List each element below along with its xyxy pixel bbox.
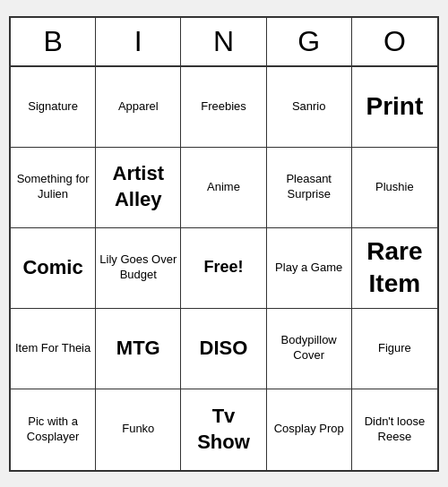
cell-text-2: Freebies <box>201 99 246 115</box>
bingo-cell-12: Free! <box>181 228 266 309</box>
header-letter-b: B <box>11 18 96 65</box>
bingo-cell-16: MTG <box>96 309 181 389</box>
cell-text-8: Pleasant Surprise <box>271 172 348 202</box>
bingo-cell-13: Play a Game <box>267 228 352 309</box>
bingo-cell-17: DISO <box>181 309 266 389</box>
cell-text-17: DISO <box>200 336 248 362</box>
bingo-cell-9: Plushie <box>352 148 437 228</box>
cell-text-23: Cosplay Prop <box>274 422 344 437</box>
cell-text-5: Something for Julien <box>14 172 91 202</box>
cell-text-18: Bodypillow Cover <box>271 333 348 363</box>
bingo-cell-2: Freebies <box>181 67 266 148</box>
cell-text-3: Sanrio <box>292 99 326 115</box>
bingo-cell-23: Cosplay Prop <box>267 389 352 470</box>
bingo-card: BINGO SignatureApparelFreebiesSanrioPrin… <box>9 16 439 472</box>
cell-text-7: Anime <box>207 180 240 195</box>
bingo-cell-19: Figure <box>352 309 437 389</box>
bingo-cell-20: Pic with a Cosplayer <box>11 389 96 470</box>
header-letter-i: I <box>96 18 181 65</box>
bingo-cell-22: Tv Show <box>181 389 266 470</box>
bingo-cell-11: Lily Goes Over Budget <box>96 228 181 309</box>
cell-text-10: Comic <box>22 255 82 281</box>
bingo-cell-8: Pleasant Surprise <box>267 148 352 228</box>
cell-text-19: Figure <box>378 341 411 356</box>
bingo-header: BINGO <box>11 18 437 67</box>
cell-text-11: Lily Goes Over Budget <box>99 252 177 283</box>
bingo-cell-3: Sanrio <box>267 67 352 148</box>
cell-text-9: Plushie <box>375 180 414 195</box>
bingo-cell-18: Bodypillow Cover <box>267 309 352 389</box>
cell-text-13: Play a Game <box>275 261 342 276</box>
cell-text-24: Didn't loose Reese <box>356 414 434 445</box>
bingo-cell-4: Print <box>352 67 437 148</box>
cell-text-15: Item For Theia <box>15 341 90 356</box>
cell-text-21: Funko <box>122 422 154 437</box>
bingo-cell-7: Anime <box>181 148 266 228</box>
bingo-cell-24: Didn't loose Reese <box>352 389 437 470</box>
header-letter-g: G <box>267 18 352 65</box>
cell-text-12: Free! <box>203 257 243 278</box>
cell-text-16: MTG <box>116 336 160 362</box>
cell-text-4: Print <box>366 90 424 123</box>
bingo-cell-1: Apparel <box>96 67 181 148</box>
bingo-cell-0: Signature <box>11 67 96 148</box>
bingo-cell-10: Comic <box>11 228 96 309</box>
header-letter-n: N <box>181 18 266 65</box>
cell-text-6: Artist Alley <box>99 161 177 212</box>
bingo-cell-15: Item For Theia <box>11 309 96 389</box>
bingo-grid: SignatureApparelFreebiesSanrioPrintSomet… <box>11 67 437 470</box>
header-letter-o: O <box>352 18 437 65</box>
bingo-cell-21: Funko <box>96 389 181 470</box>
cell-text-14: Rare Item <box>356 235 434 301</box>
bingo-cell-6: Artist Alley <box>96 148 181 228</box>
cell-text-20: Pic with a Cosplayer <box>14 414 91 445</box>
bingo-cell-5: Something for Julien <box>11 148 96 228</box>
cell-text-0: Signature <box>28 99 78 115</box>
bingo-cell-14: Rare Item <box>352 228 437 309</box>
cell-text-1: Apparel <box>118 99 159 115</box>
cell-text-22: Tv Show <box>185 404 262 455</box>
